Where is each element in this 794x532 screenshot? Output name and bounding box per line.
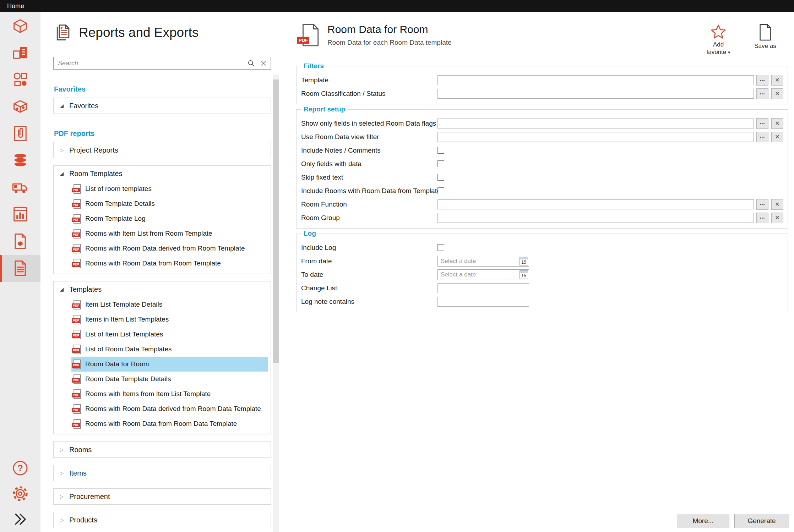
tree-item-label: Room Data Template Details <box>85 375 171 383</box>
sidebar-item-statistics[interactable] <box>0 201 40 228</box>
room-data-flags-clear-button[interactable]: ✕ <box>771 118 783 129</box>
from-date-field: 15 <box>437 256 529 267</box>
section-header-rooms[interactable]: ▷ Rooms <box>54 442 271 457</box>
template-clear-button[interactable]: ✕ <box>771 75 783 86</box>
expander-collapsed-icon[interactable]: ▷ <box>59 447 65 453</box>
tree-item-label: Item List Template Details <box>85 301 162 308</box>
room-function-browse-button[interactable]: ••• <box>756 199 768 210</box>
sidebar-item-document-cube[interactable] <box>0 228 40 255</box>
room-classification-input[interactable] <box>437 89 754 99</box>
sidebar-item-box-items[interactable] <box>0 93 40 120</box>
expander-collapsed-icon[interactable]: ▷ <box>59 147 65 153</box>
database-icon <box>11 151 29 170</box>
tree-item[interactable]: PDF List of room templates <box>71 181 268 196</box>
room-data-flags-input[interactable] <box>437 119 754 128</box>
expander-expanded-icon[interactable]: ◢ <box>59 103 65 109</box>
tree-item[interactable]: PDF Item List Template Details <box>71 297 268 312</box>
tree-item[interactable]: PDF Rooms with Room Data from Room Templ… <box>71 256 268 271</box>
tree-item[interactable]: PDF List of Room Data Templates <box>71 342 268 357</box>
room-group-clear-button[interactable]: ✕ <box>771 213 783 223</box>
pdf-reports-group-header: PDF reports <box>54 130 271 138</box>
clear-search-icon[interactable] <box>260 60 267 67</box>
section-header-room-templates[interactable]: ◢ Room Templates <box>54 166 271 181</box>
tree-item-label: List of room templates <box>85 185 152 193</box>
room-group-input[interactable] <box>437 213 754 223</box>
view-filter-clear-button[interactable]: ✕ <box>771 132 783 142</box>
expander-collapsed-icon[interactable]: ▷ <box>59 494 65 499</box>
add-favorite-button[interactable]: Add favorite ▾ <box>703 23 734 56</box>
tree-item[interactable]: PDF Rooms with Room Data from Room Data … <box>71 416 268 431</box>
tree-item[interactable]: PDF List of Item List Templates <box>71 327 268 342</box>
tree-item[interactable]: PDF Room Data Template Details <box>71 372 268 386</box>
log-note-input[interactable] <box>437 297 529 307</box>
sidebar-item-settings[interactable] <box>0 481 40 506</box>
tree-item[interactable]: PDF Room Template Details <box>71 196 268 211</box>
calendar-icon[interactable]: 15 <box>520 270 528 279</box>
template-row: Template ••• ✕ <box>301 73 783 87</box>
tree-scrollbar[interactable] <box>273 75 279 532</box>
tree-item-selected[interactable]: PDF Room Data for Room <box>71 357 268 372</box>
section-header-favorites[interactable]: ◢ Favorites <box>54 98 271 114</box>
room-classification-clear-button[interactable]: ✕ <box>771 88 783 99</box>
room-classification-browse-button[interactable]: ••• <box>756 88 768 99</box>
from-date-input[interactable] <box>437 256 529 267</box>
sidebar-item-shapes[interactable] <box>0 66 40 93</box>
tree-scrollbar-thumb[interactable] <box>273 79 279 363</box>
include-log-checkbox[interactable] <box>437 244 444 251</box>
tree-item[interactable]: PDF Room Template Log <box>71 211 268 226</box>
view-filter-browse-button[interactable]: ••• <box>756 132 768 142</box>
to-date-input[interactable] <box>437 269 529 280</box>
tree-item[interactable]: PDF Rooms with Items from Item List Temp… <box>71 386 268 401</box>
template-browse-button[interactable]: ••• <box>756 75 768 86</box>
clear-icon: ✕ <box>775 201 779 208</box>
sidebar-item-database[interactable] <box>0 147 40 174</box>
section-header-items[interactable]: ▷ Items <box>54 465 271 481</box>
expander-expanded-icon[interactable]: ◢ <box>59 171 65 176</box>
search-input[interactable] <box>57 59 242 67</box>
sidebar-item-attachments[interactable] <box>0 120 40 147</box>
section-header-products[interactable]: ▷ Products <box>54 512 271 528</box>
template-input[interactable] <box>437 75 754 85</box>
to-date-label: To date <box>301 271 437 279</box>
section-header-project-reports[interactable]: ▷ Project Reports <box>54 142 271 158</box>
more-button[interactable]: More... <box>677 514 729 528</box>
expander-expanded-icon[interactable]: ◢ <box>59 286 65 292</box>
section-label: Templates <box>69 285 102 294</box>
section-header-templates[interactable]: ◢ Templates <box>54 281 271 297</box>
sidebar-item-model[interactable] <box>0 12 40 39</box>
calendar-icon[interactable]: 15 <box>520 257 528 265</box>
report-subtitle: Room Data for each Room Data template <box>327 39 452 46</box>
include-notes-checkbox[interactable] <box>437 147 444 154</box>
sidebar-item-buildings[interactable] <box>0 39 40 66</box>
caret-down-icon: ▾ <box>728 50 730 55</box>
sidebar-item-reports[interactable] <box>0 255 40 282</box>
expander-collapsed-icon[interactable]: ▷ <box>59 517 65 523</box>
sidebar-item-expand[interactable] <box>0 506 40 532</box>
change-list-input[interactable] <box>437 283 529 293</box>
home-button[interactable]: Home <box>7 2 24 10</box>
view-filter-input[interactable] <box>437 132 754 142</box>
room-group-browse-button[interactable]: ••• <box>756 213 768 223</box>
skip-fixed-text-checkbox[interactable] <box>437 174 444 181</box>
include-rooms-checkbox[interactable] <box>437 187 444 194</box>
tree-item[interactable]: PDF Items in Item List Templates <box>71 312 268 327</box>
generate-button[interactable]: Generate <box>734 514 789 528</box>
room-data-flags-browse-button[interactable]: ••• <box>756 118 768 129</box>
expander-collapsed-icon[interactable]: ▷ <box>59 470 65 476</box>
section-header-procurement[interactable]: ▷ Procurement <box>54 489 271 504</box>
search-icon[interactable] <box>247 59 255 67</box>
only-fields-checkbox[interactable] <box>437 160 444 167</box>
room-function-input[interactable] <box>437 199 754 209</box>
save-as-button[interactable]: Save as <box>750 23 781 50</box>
section-label: Project Reports <box>69 146 118 154</box>
clear-icon: ✕ <box>775 214 779 221</box>
settings-icon <box>11 485 29 503</box>
only-fields-label: Only fields with data <box>301 160 437 168</box>
tree-item[interactable]: PDF Rooms with Room Data derived from Ro… <box>71 241 268 256</box>
sidebar-item-help[interactable]: ? <box>0 455 40 481</box>
tree-item[interactable]: PDF Rooms with Room Data derived from Ro… <box>71 401 268 416</box>
tree-item[interactable]: PDF Rooms with Item List from Room Templ… <box>71 226 268 241</box>
sidebar-item-logistics[interactable] <box>0 174 40 201</box>
room-function-clear-button[interactable]: ✕ <box>771 199 783 210</box>
skip-fixed-text-row: Skip fixed text <box>301 171 783 184</box>
